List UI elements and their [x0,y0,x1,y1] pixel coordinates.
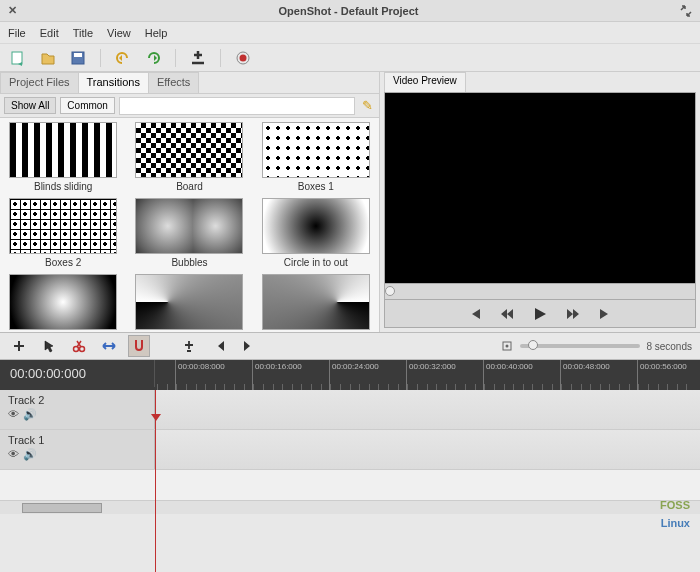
main-toolbar [0,44,700,72]
transition-thumbnail [135,274,243,330]
transition-item[interactable]: Blinds sliding [4,122,122,192]
snapping-button[interactable] [128,335,150,357]
add-marker-button[interactable] [178,335,200,357]
play-icon[interactable] [532,306,548,322]
transition-label: Boxes 1 [298,181,334,192]
add-track-button[interactable] [8,335,30,357]
track-body[interactable] [155,390,700,429]
transition-thumbnail [9,198,117,254]
clear-search-icon[interactable]: ✎ [359,98,375,114]
transition-item[interactable]: Clock left to right [130,274,248,332]
transition-label: Blinds sliding [34,181,92,192]
preview-controls [384,300,696,328]
tracks-empty-area [0,470,700,500]
eye-icon[interactable]: 👁 [8,448,19,461]
svg-rect-2 [74,53,82,57]
ruler-ticks[interactable]: 00:00:08:00000:00:16:00000:00:24:00000:0… [155,360,700,390]
track-header[interactable]: Track 1👁🔊 [0,430,155,469]
tab-video-preview[interactable]: Video Preview [384,72,466,92]
transition-item[interactable]: Boxes 2 [4,198,122,268]
track-row: Track 2👁🔊 [0,390,700,430]
speaker-icon[interactable]: 🔊 [23,448,37,461]
menu-edit[interactable]: Edit [40,27,59,39]
menu-title[interactable]: Title [73,27,93,39]
undo-button[interactable] [113,48,133,68]
window-title: OpenShot - Default Project [17,5,680,17]
transition-item[interactable]: Bubbles [130,198,248,268]
transition-thumbnail [135,122,243,178]
record-button[interactable] [233,48,253,68]
ruler-tick: 00:00:16:000 [252,360,302,390]
track-icons: 👁🔊 [8,448,146,461]
watermark-line2: Linux [660,514,690,532]
transition-item[interactable]: Clock right to left [257,274,375,332]
timeline-scrollbar[interactable] [0,500,700,514]
transition-item[interactable]: Circle out to in [4,274,122,332]
transition-thumbnail [135,198,243,254]
track-icons: 👁🔊 [8,408,146,421]
razor-tool-button[interactable] [68,335,90,357]
ruler-tick: 00:00:40:000 [483,360,533,390]
track-header[interactable]: Track 2👁🔊 [0,390,155,429]
svg-point-4 [240,54,247,61]
filter-show-all-button[interactable]: Show All [4,97,56,114]
zoom-slider-handle[interactable] [528,340,538,350]
titlebar: ✕ OpenShot - Default Project [0,0,700,22]
transition-thumbnail [9,122,117,178]
next-marker-button[interactable] [238,335,260,357]
video-preview-area [384,92,696,284]
zoom-control: 8 seconds [500,339,692,353]
preview-position-slider[interactable] [384,284,696,300]
zoom-label: 8 seconds [646,341,692,352]
previous-marker-button[interactable] [208,335,230,357]
transition-item[interactable]: Board [130,122,248,192]
rewind-icon[interactable] [500,307,514,321]
import-button[interactable] [188,48,208,68]
jump-end-icon[interactable] [598,307,612,321]
jump-start-icon[interactable] [468,307,482,321]
maximize-icon[interactable] [680,5,692,17]
main-area: Project Files Transitions Effects Show A… [0,72,700,332]
menu-view[interactable]: View [107,27,131,39]
resize-tool-button[interactable] [98,335,120,357]
open-project-button[interactable] [38,48,58,68]
scrollbar-thumb[interactable] [22,503,102,513]
center-playhead-button[interactable] [500,339,514,353]
filter-search-input[interactable] [119,97,355,115]
timeline-ruler[interactable]: 00:00:00:000 00:00:08:00000:00:16:00000:… [0,360,700,390]
tracks-area: Track 2👁🔊Track 1👁🔊 [0,390,700,500]
transition-label: Boxes 2 [45,257,81,268]
redo-button[interactable] [143,48,163,68]
ruler-tick: 00:00:32:000 [406,360,456,390]
transition-thumbnail [262,274,370,330]
tab-project-files[interactable]: Project Files [0,72,79,93]
svg-rect-0 [12,52,22,64]
new-project-button[interactable] [8,48,28,68]
svg-point-6 [80,347,85,352]
save-project-button[interactable] [68,48,88,68]
watermark: FOSS Linux [660,496,690,532]
menu-help[interactable]: Help [145,27,168,39]
ruler-tick: 00:00:48:000 [560,360,610,390]
speaker-icon[interactable]: 🔊 [23,408,37,421]
transition-item[interactable]: Circle in to out [257,198,375,268]
eye-icon[interactable]: 👁 [8,408,19,421]
close-icon[interactable]: ✕ [8,4,17,17]
menubar: File Edit Title View Help [0,22,700,44]
fast-forward-icon[interactable] [566,307,580,321]
pointer-tool-button[interactable] [38,335,60,357]
timecode-display: 00:00:00:000 [0,360,155,387]
filter-common-button[interactable]: Common [60,97,115,114]
transitions-grid: Blinds slidingBoardBoxes 1Boxes 2Bubbles… [0,118,379,332]
tab-transitions[interactable]: Transitions [78,72,149,93]
menu-file[interactable]: File [8,27,26,39]
tab-effects[interactable]: Effects [148,72,199,93]
zoom-slider[interactable] [520,344,640,348]
preview-panel: Video Preview [380,72,700,332]
track-body[interactable] [155,430,700,469]
svg-point-5 [74,347,79,352]
transition-item[interactable]: Boxes 1 [257,122,375,192]
preview-position-handle[interactable] [385,286,395,296]
playhead[interactable] [155,390,156,572]
transition-label: Bubbles [171,257,207,268]
